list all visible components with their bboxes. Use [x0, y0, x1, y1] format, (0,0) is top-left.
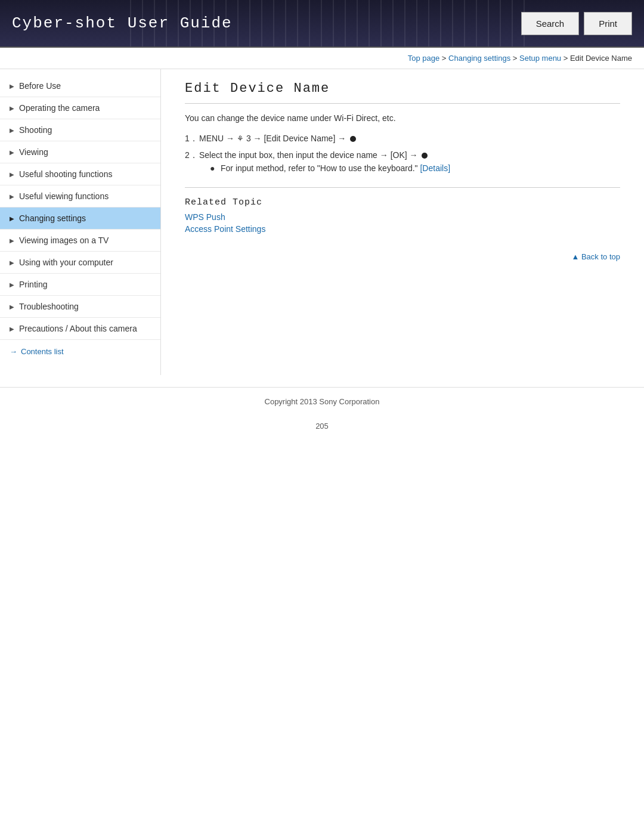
sidebar-item-label: Useful shooting functions [19, 169, 112, 179]
arrow-icon: ▶ [10, 171, 14, 178]
breadcrumb-current: Edit Device Name [570, 54, 632, 63]
confirm-circle-2 [422, 153, 428, 159]
sidebar-item-changing-settings[interactable]: ▶ Changing settings [0, 208, 160, 230]
sidebar-item-using-computer[interactable]: ▶ Using with your computer [0, 252, 160, 274]
confirm-circle [350, 136, 356, 142]
sidebar-item-label: Operating the camera [19, 103, 100, 113]
related-link-access-point[interactable]: Access Point Settings [185, 224, 620, 234]
arrow-icon: ▶ [10, 326, 14, 332]
sidebar-item-label: Viewing [19, 147, 48, 157]
arrow-icon: ▶ [10, 149, 14, 156]
arrow-icon: ▶ [10, 281, 14, 288]
contents-list-link[interactable]: → Contents list [0, 340, 160, 363]
page-header: Cyber-shot User Guide Search Print [0, 0, 644, 48]
bullet-icon: ● [210, 163, 221, 173]
page-title: Edit Device Name [185, 81, 620, 104]
sidebar-item-label: Viewing images on a TV [19, 236, 109, 245]
details-link[interactable]: [Details] [420, 163, 450, 173]
sub-step-text: For input method, refer to "How to use t… [221, 163, 450, 173]
sidebar-item-label: Troubleshooting [19, 302, 79, 311]
sidebar-item-label: Changing settings [19, 213, 86, 223]
sidebar-item-label: Printing [19, 280, 47, 289]
related-topic-title: Related Topic [185, 197, 620, 208]
breadcrumb-sep2: > [513, 54, 519, 63]
arrow-icon: ▶ [10, 83, 14, 89]
sidebar-item-printing[interactable]: ▶ Printing [0, 274, 160, 296]
arrow-icon: ▶ [10, 259, 14, 266]
sidebar-item-troubleshooting[interactable]: ▶ Troubleshooting [0, 296, 160, 318]
step-2-number: 2． [185, 150, 199, 161]
footer: Copyright 2013 Sony Corporation [0, 387, 644, 416]
back-to-top-link[interactable]: ▲ Back to top [571, 252, 620, 261]
page-description: You can change the device name under Wi-… [185, 113, 620, 123]
sidebar-item-viewing-tv[interactable]: ▶ Viewing images on a TV [0, 230, 160, 252]
breadcrumb-changing-settings[interactable]: Changing settings [448, 54, 510, 63]
arrow-icon: ▶ [10, 215, 14, 222]
breadcrumb: Top page > Changing settings > Setup men… [0, 48, 644, 69]
step-1: 1． MENU → ⚘ 3 → [Edit Device Name] → [185, 134, 620, 144]
main-layout: ▶ Before Use ▶ Operating the camera ▶ Sh… [0, 69, 644, 375]
sidebar-item-shooting[interactable]: ▶ Shooting [0, 119, 160, 141]
breadcrumb-setup-menu[interactable]: Setup menu [519, 54, 561, 63]
breadcrumb-sep1: > [442, 54, 448, 63]
arrow-icon: ▶ [10, 304, 14, 310]
related-link-wps-push[interactable]: WPS Push [185, 212, 620, 222]
sub-step-1: ● For input method, refer to "How to use… [210, 163, 620, 173]
step-1-content: MENU → ⚘ 3 → [Edit Device Name] → [199, 134, 620, 143]
header-actions: Search Print [521, 12, 632, 35]
sidebar-item-useful-viewing[interactable]: ▶ Useful viewing functions [0, 185, 160, 208]
sidebar-item-viewing[interactable]: ▶ Viewing [0, 141, 160, 163]
print-button[interactable]: Print [584, 12, 632, 35]
sidebar-item-operating[interactable]: ▶ Operating the camera [0, 97, 160, 119]
sidebar: ▶ Before Use ▶ Operating the camera ▶ Sh… [0, 69, 161, 375]
page-number: 205 [0, 416, 644, 436]
sidebar-item-before-use[interactable]: ▶ Before Use [0, 75, 160, 97]
sidebar-item-useful-shooting[interactable]: ▶ Useful shooting functions [0, 163, 160, 185]
arrow-icon: ▶ [10, 193, 14, 200]
wifi-icon: ⚘ [237, 134, 244, 143]
arrow-icon: ▶ [10, 105, 14, 112]
sidebar-item-label: Using with your computer [19, 258, 113, 267]
back-to-top: ▲ Back to top [185, 252, 620, 261]
steps-list: 1． MENU → ⚘ 3 → [Edit Device Name] → 2． … [185, 134, 620, 173]
related-topic-section: Related Topic WPS Push Access Point Sett… [185, 187, 620, 234]
arrow-icon: ▶ [10, 237, 14, 244]
contents-list-label: Contents list [21, 347, 64, 356]
sidebar-item-label: Shooting [19, 125, 52, 135]
sidebar-item-label: Useful viewing functions [19, 191, 109, 201]
breadcrumb-top-page[interactable]: Top page [408, 54, 440, 63]
arrow-icon: ▶ [10, 127, 14, 134]
breadcrumb-sep3: > [564, 54, 570, 63]
copyright-text: Copyright 2013 Sony Corporation [265, 397, 380, 406]
content-area: Edit Device Name You can change the devi… [161, 69, 644, 375]
sidebar-item-label: Precautions / About this camera [19, 324, 137, 333]
step-1-number: 1． [185, 134, 199, 144]
arrow-right-icon: → [10, 347, 17, 356]
search-button[interactable]: Search [521, 12, 580, 35]
step-2: 2． Select the input box, then input the … [185, 150, 620, 173]
app-title: Cyber-shot User Guide [12, 14, 233, 32]
sidebar-item-label: Before Use [19, 81, 61, 91]
sidebar-item-precautions[interactable]: ▶ Precautions / About this camera [0, 318, 160, 340]
step-2-content: Select the input box, then input the dev… [199, 150, 620, 173]
